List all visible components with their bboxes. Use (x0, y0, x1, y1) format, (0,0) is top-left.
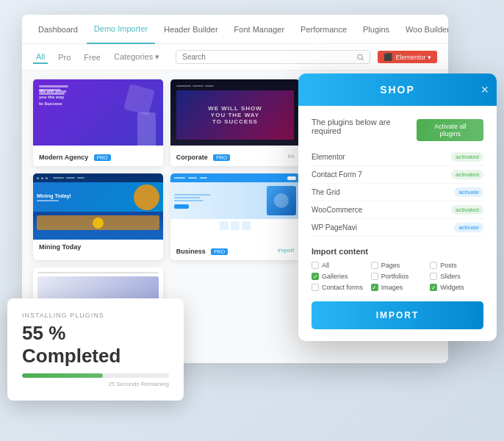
plugin-woocommerce: WooCommerce activated (312, 201, 483, 219)
filter-categories[interactable]: Categories ▾ (111, 51, 162, 63)
cb-all-box[interactable] (312, 262, 319, 269)
search-input[interactable] (182, 53, 353, 61)
plugin-list: Elementor activated Contact Form 7 activ… (312, 148, 483, 237)
nav-header-builder[interactable]: Header Builder (156, 15, 225, 44)
template-footer-mining: Mining Today (33, 240, 163, 254)
import-business-button[interactable]: import (278, 247, 294, 254)
installing-box: INSTALLING PLUGINS 55 % Completed 25 Sec… (7, 298, 184, 401)
checkbox-grid: All Pages Posts Galleries Portfolios (312, 262, 483, 291)
import-content-label: Import content (312, 247, 483, 256)
plugin-contactform: Contact Form 7 activated (312, 166, 483, 184)
shop-modal-body: The plugins below are required Activate … (298, 106, 497, 341)
elementor-icon: ⬛ (384, 53, 392, 61)
cb-contact-box[interactable] (312, 284, 319, 291)
filter-all[interactable]: All (33, 51, 48, 64)
cb-all[interactable]: All (312, 262, 365, 269)
cb-portfolios-box[interactable] (371, 273, 378, 280)
cb-widgets-box[interactable] (430, 284, 437, 291)
cb-pages-box[interactable] (371, 262, 378, 269)
template-thumb-corporate1: WE WILL SHOWYOU THE WAYTO SUCCESS (170, 79, 300, 146)
plugin-elementor: Elementor activated (312, 148, 483, 166)
installing-percent: 55 % Completed (22, 322, 169, 368)
cb-images[interactable]: Images (371, 284, 425, 291)
installing-label: INSTALLING PLUGINS (22, 312, 169, 319)
nav-woo-builder[interactable]: Woo Builder (398, 15, 448, 44)
cb-posts-box[interactable] (430, 262, 437, 269)
template-modern-agency: We will showyou the wayto Success Modern… (33, 79, 163, 166)
admin-nav: Dashboard Demo Importer Header Builder F… (22, 15, 448, 44)
search-icon (357, 54, 364, 61)
cb-widgets[interactable]: Widgets (430, 284, 483, 291)
svg-point-0 (358, 54, 362, 59)
filter-free[interactable]: Free (81, 51, 104, 63)
nav-demo-importer[interactable]: Demo Importer (87, 15, 155, 44)
cb-contact[interactable]: Contact forms (312, 284, 365, 291)
cb-galleries-box[interactable] (312, 273, 319, 280)
nav-plugins[interactable]: Plugins (356, 15, 397, 44)
progress-bar (22, 373, 169, 378)
template-mining: Mining Today! Mining Today (33, 173, 163, 260)
shop-close-button[interactable]: ✕ (480, 84, 489, 96)
template-footer-agency: Modern Agency PRO (33, 146, 163, 166)
activate-all-button[interactable]: Activate all plugins (417, 119, 483, 141)
template-footer-corporate1: Corporate PRO Im (170, 146, 300, 166)
cb-galleries[interactable]: Galleries (312, 273, 365, 280)
nav-performance[interactable]: Performance (293, 15, 354, 44)
shop-modal: SHOP ✕ The plugins below are required Ac… (298, 74, 497, 341)
filter-pro[interactable]: Pro (55, 51, 73, 63)
cb-pages[interactable]: Pages (371, 262, 425, 269)
svg-line-1 (361, 58, 363, 60)
template-footer-business: Business PRO import (170, 240, 300, 260)
progress-fill (22, 373, 103, 378)
nav-font-manager[interactable]: Font Manager (227, 15, 292, 44)
template-corporate1: WE WILL SHOWYOU THE WAYTO SUCCESS Corpor… (170, 79, 300, 166)
cb-posts[interactable]: Posts (430, 262, 483, 269)
required-label: The plugins below are required (312, 118, 417, 135)
template-thumb-business (170, 173, 300, 240)
template-thumb-mining: Mining Today! (33, 173, 163, 240)
installing-time: 25 Seconds Remaining (22, 381, 169, 387)
template-thumb-agency: We will showyou the wayto Success (33, 79, 163, 146)
plugin-wppagenavI: WP PageNavi activate (312, 219, 483, 237)
cb-images-box[interactable] (371, 284, 378, 291)
search-box (176, 50, 370, 64)
plugin-thegrid: The Grid activate (312, 184, 483, 201)
template-business: Business PRO import (170, 173, 300, 260)
cb-portfolios[interactable]: Portfolios (371, 273, 425, 280)
cb-sliders[interactable]: Sliders (430, 273, 483, 280)
import-content-section: Import content All Pages Posts Galleries (312, 247, 483, 291)
shop-title: SHOP (313, 84, 482, 96)
nav-dashboard[interactable]: Dashboard (31, 15, 85, 44)
filter-bar: All Pro Free Categories ▾ ⬛ Elementor ▾ (22, 44, 448, 71)
shop-modal-header: SHOP ✕ (298, 74, 497, 106)
import-button[interactable]: IMPORT (312, 301, 483, 329)
cb-sliders-box[interactable] (430, 273, 437, 280)
elementor-filter[interactable]: ⬛ Elementor ▾ (378, 51, 437, 63)
